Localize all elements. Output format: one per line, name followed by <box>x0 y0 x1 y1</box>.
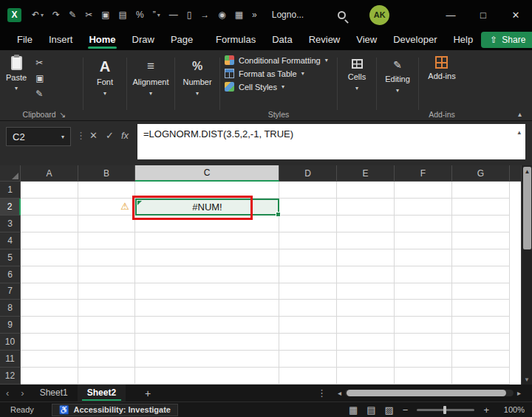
hscroll-right-icon[interactable]: ▸ <box>514 389 525 397</box>
cell-B11[interactable] <box>78 351 135 368</box>
row-header-2[interactable]: 2 <box>0 199 21 216</box>
cells-button[interactable]: Cells ▾ <box>338 50 376 120</box>
zoom-slider[interactable] <box>417 409 474 411</box>
cell-B2[interactable]: ⚠ <box>78 199 135 216</box>
tab-data[interactable]: Data <box>264 30 300 50</box>
cell-F12[interactable] <box>395 368 452 385</box>
tab-home[interactable]: Home <box>81 30 123 50</box>
cell-G12[interactable] <box>452 368 510 385</box>
cell-G8[interactable] <box>452 300 510 317</box>
cell-C12[interactable] <box>135 368 279 385</box>
sheet-tab-sheet2[interactable]: Sheet2 <box>78 385 126 402</box>
cell-A9[interactable] <box>21 317 78 334</box>
cell-D11[interactable] <box>279 351 337 368</box>
cell-D2[interactable] <box>279 199 337 216</box>
name-box[interactable]: C2 ▾ <box>6 127 71 146</box>
tab-view[interactable]: View <box>348 30 385 50</box>
formula-bar-expand-icon[interactable]: ▴ <box>517 128 521 136</box>
name-box-dropdown-icon[interactable]: ▾ <box>61 134 64 140</box>
cell-E5[interactable] <box>337 249 395 266</box>
camera-icon[interactable]: ◉ <box>218 10 225 20</box>
addins-button[interactable]: Add-ins <box>428 56 455 108</box>
cell-D8[interactable] <box>279 300 337 317</box>
cell-F9[interactable] <box>395 317 452 334</box>
row-header-10[interactable]: 10 <box>0 334 21 351</box>
cell-E2[interactable] <box>337 199 395 216</box>
cell-A11[interactable] <box>21 351 78 368</box>
cell-F6[interactable] <box>395 266 452 283</box>
tab-review[interactable]: Review <box>301 30 349 50</box>
sheet-nav-next-icon[interactable]: › <box>15 387 30 399</box>
cell-E8[interactable] <box>337 300 395 317</box>
new-document-icon[interactable]: ▯ <box>187 10 192 20</box>
redo-button[interactable]: ↷ <box>52 10 60 20</box>
tab-page-layout[interactable]: Page Layout <box>163 30 208 50</box>
cell-A4[interactable] <box>21 232 78 249</box>
select-all-corner[interactable] <box>0 165 21 182</box>
cell-G7[interactable] <box>452 283 510 300</box>
cell-B12[interactable] <box>78 368 135 385</box>
cell-G5[interactable] <box>452 249 510 266</box>
vertical-scrollbar[interactable]: ▲ ▼ <box>521 165 532 385</box>
accessibility-status[interactable]: ♿ Accessibility: Investigate <box>52 404 178 416</box>
hscroll-left-icon[interactable]: ◂ <box>334 389 345 397</box>
cell-A2[interactable] <box>21 199 78 216</box>
cell-C7[interactable] <box>135 283 279 300</box>
cell-G2[interactable] <box>452 199 510 216</box>
cell-A8[interactable] <box>21 300 78 317</box>
horizontal-scrollbar[interactable] <box>345 390 514 396</box>
conditional-formatting-button[interactable]: Conditional Formatting▾ <box>225 55 328 65</box>
add-sheet-button[interactable]: + <box>126 387 170 399</box>
cell-B9[interactable] <box>78 317 135 334</box>
tab-insert[interactable]: Insert <box>41 30 81 50</box>
insert-function-icon[interactable]: fx <box>121 130 129 141</box>
cell-F11[interactable] <box>395 351 452 368</box>
cell-E10[interactable] <box>337 334 395 351</box>
cell-C4[interactable] <box>135 232 279 249</box>
cell-A10[interactable] <box>21 334 78 351</box>
row-header-4[interactable]: 4 <box>0 232 21 249</box>
row-header-5[interactable]: 5 <box>0 249 21 266</box>
cell-B8[interactable] <box>78 300 135 317</box>
row-header-12[interactable]: 12 <box>0 368 21 385</box>
formula-input[interactable]: =LOGNORM.DIST(3.5,2,-1, TRUE) ▴ <box>137 124 525 159</box>
fill-handle[interactable] <box>276 212 281 217</box>
tab-draw[interactable]: Draw <box>124 30 163 50</box>
scroll-up-icon[interactable]: ▲ <box>525 168 531 175</box>
row-header-9[interactable]: 9 <box>0 317 21 334</box>
cell-B3[interactable] <box>78 216 135 232</box>
cell-G3[interactable] <box>452 216 510 232</box>
cell-F5[interactable] <box>395 249 452 266</box>
column-header-C[interactable]: C <box>135 165 279 182</box>
zoom-level[interactable]: 100% <box>498 405 525 414</box>
zoom-out-button[interactable]: − <box>403 404 409 416</box>
cell-C11[interactable] <box>135 351 279 368</box>
normal-view-button[interactable]: ▦ <box>349 404 358 416</box>
error-trace-button[interactable]: ⚠ <box>120 201 129 211</box>
sheet-nav-prev-icon[interactable]: ‹ <box>0 387 15 399</box>
cancel-icon[interactable]: ✕ <box>89 130 98 141</box>
cell-C6[interactable] <box>135 266 279 283</box>
sheet-tab-sheet1[interactable]: Sheet1 <box>30 385 78 402</box>
account-avatar[interactable]: AK <box>369 5 389 25</box>
paste-icon[interactable]: ▣ <box>101 10 109 20</box>
cell-C5[interactable] <box>135 249 279 266</box>
cell-A7[interactable] <box>21 283 78 300</box>
cell-A3[interactable] <box>21 216 78 232</box>
cell-C9[interactable] <box>135 317 279 334</box>
table-icon[interactable]: ▦ <box>235 10 243 20</box>
cell-A1[interactable] <box>21 182 78 199</box>
cell-E7[interactable] <box>337 283 395 300</box>
clipboard-dialog-launcher[interactable]: ↘ <box>60 110 66 119</box>
border-icon[interactable]: — <box>169 10 178 20</box>
format-painter-icon[interactable]: ✎ <box>69 10 76 20</box>
paste-button[interactable]: Paste ▾ <box>6 56 27 108</box>
cell-E9[interactable] <box>337 317 395 334</box>
column-header-B[interactable]: B <box>78 165 135 182</box>
sheet-bar-overflow-icon[interactable]: ⋮ <box>310 387 334 399</box>
cell-D7[interactable] <box>279 283 337 300</box>
cell-B7[interactable] <box>78 283 135 300</box>
cell-A5[interactable] <box>21 249 78 266</box>
tab-developer[interactable]: Developer <box>385 30 445 50</box>
cell-G4[interactable] <box>452 232 510 249</box>
